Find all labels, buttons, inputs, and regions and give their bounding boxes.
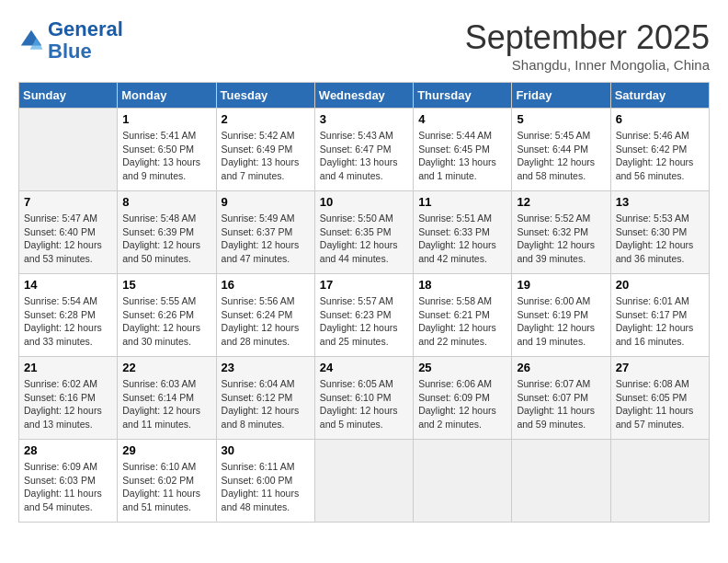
day-number: 17 xyxy=(320,278,408,292)
calendar-week-row: 28Sunrise: 6:09 AM Sunset: 6:03 PM Dayli… xyxy=(19,440,710,523)
day-number: 20 xyxy=(616,278,704,292)
day-number: 25 xyxy=(418,361,506,374)
day-number: 30 xyxy=(222,443,310,457)
calendar-cell: 25Sunrise: 6:06 AM Sunset: 6:09 PM Dayli… xyxy=(414,357,512,440)
day-info: Sunrise: 6:00 AM Sunset: 6:19 PM Dayligh… xyxy=(517,294,605,349)
calendar-week-row: 21Sunrise: 6:02 AM Sunset: 6:16 PM Dayli… xyxy=(19,357,710,440)
calendar-cell: 6Sunrise: 5:46 AM Sunset: 6:42 PM Daylig… xyxy=(610,109,709,191)
day-info: Sunrise: 5:57 AM Sunset: 6:23 PM Dayligh… xyxy=(320,294,408,349)
day-info: Sunrise: 5:41 AM Sunset: 6:50 PM Dayligh… xyxy=(122,129,210,183)
calendar-cell: 15Sunrise: 5:55 AM Sunset: 6:26 PM Dayli… xyxy=(118,274,216,357)
day-info: Sunrise: 5:50 AM Sunset: 6:35 PM Dayligh… xyxy=(320,212,408,266)
weekday-header: Saturday xyxy=(610,83,709,109)
calendar-cell: 8Sunrise: 5:48 AM Sunset: 6:39 PM Daylig… xyxy=(118,191,216,274)
logo-text: General Blue xyxy=(48,18,123,63)
day-number: 5 xyxy=(517,112,605,126)
calendar-cell: 26Sunrise: 6:07 AM Sunset: 6:07 PM Dayli… xyxy=(512,357,610,440)
weekday-header: Sunday xyxy=(19,83,118,109)
day-number: 1 xyxy=(122,112,210,126)
day-info: Sunrise: 5:53 AM Sunset: 6:30 PM Dayligh… xyxy=(616,212,704,266)
calendar-cell: 10Sunrise: 5:50 AM Sunset: 6:35 PM Dayli… xyxy=(314,191,413,274)
calendar-cell: 9Sunrise: 5:49 AM Sunset: 6:37 PM Daylig… xyxy=(216,191,314,274)
title-block: September 2025 Shangdu, Inner Mongolia, … xyxy=(465,18,710,73)
day-info: Sunrise: 5:55 AM Sunset: 6:26 PM Dayligh… xyxy=(122,294,210,349)
month-title: September 2025 xyxy=(465,18,710,57)
calendar-cell: 27Sunrise: 6:08 AM Sunset: 6:05 PM Dayli… xyxy=(610,357,709,440)
day-number: 12 xyxy=(517,195,605,209)
calendar-cell: 21Sunrise: 6:02 AM Sunset: 6:16 PM Dayli… xyxy=(19,357,118,440)
day-number: 14 xyxy=(24,278,112,292)
day-info: Sunrise: 5:44 AM Sunset: 6:45 PM Dayligh… xyxy=(418,129,506,183)
day-number: 7 xyxy=(24,195,112,209)
day-info: Sunrise: 6:08 AM Sunset: 6:05 PM Dayligh… xyxy=(616,377,704,431)
day-info: Sunrise: 5:51 AM Sunset: 6:33 PM Dayligh… xyxy=(418,212,506,266)
day-info: Sunrise: 5:58 AM Sunset: 6:21 PM Dayligh… xyxy=(418,294,506,349)
day-info: Sunrise: 6:05 AM Sunset: 6:10 PM Dayligh… xyxy=(320,377,408,431)
day-number: 27 xyxy=(616,361,704,374)
day-info: Sunrise: 6:04 AM Sunset: 6:12 PM Dayligh… xyxy=(222,377,310,431)
calendar-cell: 29Sunrise: 6:10 AM Sunset: 6:02 PM Dayli… xyxy=(118,440,216,523)
day-number: 15 xyxy=(122,278,210,292)
day-info: Sunrise: 5:46 AM Sunset: 6:42 PM Dayligh… xyxy=(616,129,704,183)
day-number: 10 xyxy=(320,195,408,209)
day-info: Sunrise: 5:52 AM Sunset: 6:32 PM Dayligh… xyxy=(517,212,605,266)
day-number: 26 xyxy=(517,361,605,374)
day-number: 22 xyxy=(122,361,210,374)
calendar-cell: 28Sunrise: 6:09 AM Sunset: 6:03 PM Dayli… xyxy=(19,440,118,523)
calendar-cell xyxy=(314,440,413,523)
day-number: 21 xyxy=(24,361,112,374)
day-info: Sunrise: 5:43 AM Sunset: 6:47 PM Dayligh… xyxy=(320,129,408,183)
calendar-week-row: 7Sunrise: 5:47 AM Sunset: 6:40 PM Daylig… xyxy=(19,191,710,274)
day-number: 11 xyxy=(418,195,506,209)
calendar-week-row: 1Sunrise: 5:41 AM Sunset: 6:50 PM Daylig… xyxy=(19,109,710,191)
day-number: 23 xyxy=(222,361,310,374)
day-info: Sunrise: 5:54 AM Sunset: 6:28 PM Dayligh… xyxy=(24,294,112,349)
weekday-header: Thursday xyxy=(414,83,512,109)
calendar-cell: 2Sunrise: 5:42 AM Sunset: 6:49 PM Daylig… xyxy=(216,109,314,191)
calendar-cell: 16Sunrise: 5:56 AM Sunset: 6:24 PM Dayli… xyxy=(216,274,314,357)
day-info: Sunrise: 6:01 AM Sunset: 6:17 PM Dayligh… xyxy=(616,294,704,349)
calendar-cell: 1Sunrise: 5:41 AM Sunset: 6:50 PM Daylig… xyxy=(118,109,216,191)
day-info: Sunrise: 5:47 AM Sunset: 6:40 PM Dayligh… xyxy=(24,212,112,266)
day-number: 9 xyxy=(222,195,310,209)
calendar-cell: 14Sunrise: 5:54 AM Sunset: 6:28 PM Dayli… xyxy=(19,274,118,357)
day-number: 29 xyxy=(122,443,210,457)
calendar-week-row: 14Sunrise: 5:54 AM Sunset: 6:28 PM Dayli… xyxy=(19,274,710,357)
logo-line2: Blue xyxy=(48,40,92,63)
calendar-cell: 17Sunrise: 5:57 AM Sunset: 6:23 PM Dayli… xyxy=(314,274,413,357)
calendar-cell: 13Sunrise: 5:53 AM Sunset: 6:30 PM Dayli… xyxy=(610,191,709,274)
calendar-cell: 23Sunrise: 6:04 AM Sunset: 6:12 PM Dayli… xyxy=(216,357,314,440)
day-number: 8 xyxy=(122,195,210,209)
weekday-header: Wednesday xyxy=(314,83,413,109)
calendar-cell xyxy=(512,440,610,523)
day-info: Sunrise: 6:06 AM Sunset: 6:09 PM Dayligh… xyxy=(418,377,506,431)
day-number: 18 xyxy=(418,278,506,292)
calendar-cell: 19Sunrise: 6:00 AM Sunset: 6:19 PM Dayli… xyxy=(512,274,610,357)
weekday-header: Friday xyxy=(512,83,610,109)
day-number: 3 xyxy=(320,112,408,126)
day-info: Sunrise: 6:10 AM Sunset: 6:02 PM Dayligh… xyxy=(122,460,210,514)
calendar-cell xyxy=(414,440,512,523)
calendar-cell xyxy=(610,440,709,523)
weekday-header: Monday xyxy=(118,83,216,109)
day-info: Sunrise: 6:11 AM Sunset: 6:00 PM Dayligh… xyxy=(222,460,310,514)
page-header: General Blue September 2025 Shangdu, Inn… xyxy=(18,18,710,73)
day-number: 28 xyxy=(24,443,112,457)
weekday-header-row: SundayMondayTuesdayWednesdayThursdayFrid… xyxy=(19,83,710,109)
day-number: 2 xyxy=(222,112,310,126)
day-info: Sunrise: 5:45 AM Sunset: 6:44 PM Dayligh… xyxy=(517,129,605,183)
day-number: 13 xyxy=(616,195,704,209)
weekday-header: Tuesday xyxy=(216,83,314,109)
calendar-cell: 11Sunrise: 5:51 AM Sunset: 6:33 PM Dayli… xyxy=(414,191,512,274)
day-info: Sunrise: 5:42 AM Sunset: 6:49 PM Dayligh… xyxy=(222,129,310,183)
day-number: 24 xyxy=(320,361,408,374)
calendar-cell: 18Sunrise: 5:58 AM Sunset: 6:21 PM Dayli… xyxy=(414,274,512,357)
day-info: Sunrise: 5:49 AM Sunset: 6:37 PM Dayligh… xyxy=(222,212,310,266)
day-info: Sunrise: 6:07 AM Sunset: 6:07 PM Dayligh… xyxy=(517,377,605,431)
day-number: 19 xyxy=(517,278,605,292)
calendar-cell: 7Sunrise: 5:47 AM Sunset: 6:40 PM Daylig… xyxy=(19,191,118,274)
logo-line1: General xyxy=(48,17,123,40)
logo: General Blue xyxy=(18,18,123,63)
calendar-table: SundayMondayTuesdayWednesdayThursdayFrid… xyxy=(18,82,710,523)
calendar-cell: 22Sunrise: 6:03 AM Sunset: 6:14 PM Dayli… xyxy=(118,357,216,440)
